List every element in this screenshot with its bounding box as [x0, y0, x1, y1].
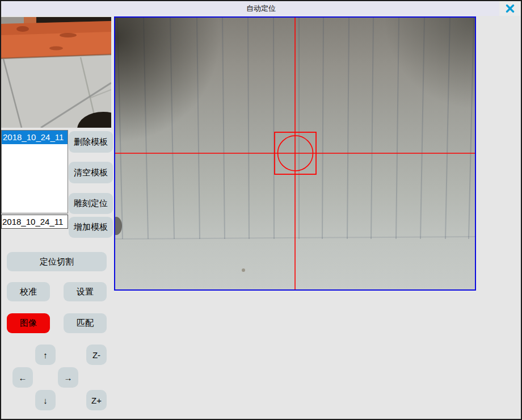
image-button[interactable]: 图像: [7, 313, 50, 333]
close-icon: [506, 4, 515, 13]
jog-left-button[interactable]: ←: [12, 367, 33, 388]
thumbnail-image: [1, 17, 111, 128]
auto-position-window: 自动定位: [0, 0, 522, 420]
match-button[interactable]: 匹配: [64, 313, 107, 333]
template-thumbnail: [1, 17, 111, 128]
jog-down-button[interactable]: ↓: [35, 390, 56, 410]
delete-template-button[interactable]: 删除模板: [69, 131, 113, 153]
close-button[interactable]: [499, 1, 521, 16]
camera-image: [115, 18, 475, 289]
clear-template-button[interactable]: 清空模板: [69, 162, 113, 183]
camera-view[interactable]: [114, 16, 476, 291]
template-list-item[interactable]: 2018_10_24_11: [2, 131, 68, 144]
jog-right-button[interactable]: →: [58, 367, 78, 388]
engrave-position-button[interactable]: 雕刻定位: [69, 193, 113, 214]
add-template-button[interactable]: 增加模板: [69, 217, 113, 238]
position-cut-button[interactable]: 定位切割: [7, 252, 107, 271]
calibrate-button[interactable]: 校准: [7, 282, 50, 301]
template-list[interactable]: 2018_10_24_11: [1, 130, 68, 213]
settings-button[interactable]: 设置: [64, 282, 107, 301]
z-minus-button[interactable]: Z-: [86, 345, 107, 365]
template-name-input[interactable]: [1, 215, 68, 229]
window-title: 自动定位: [246, 3, 276, 14]
title-bar: 自动定位: [1, 1, 521, 16]
z-plus-button[interactable]: Z+: [86, 390, 107, 410]
jog-up-button[interactable]: ↑: [35, 345, 56, 365]
